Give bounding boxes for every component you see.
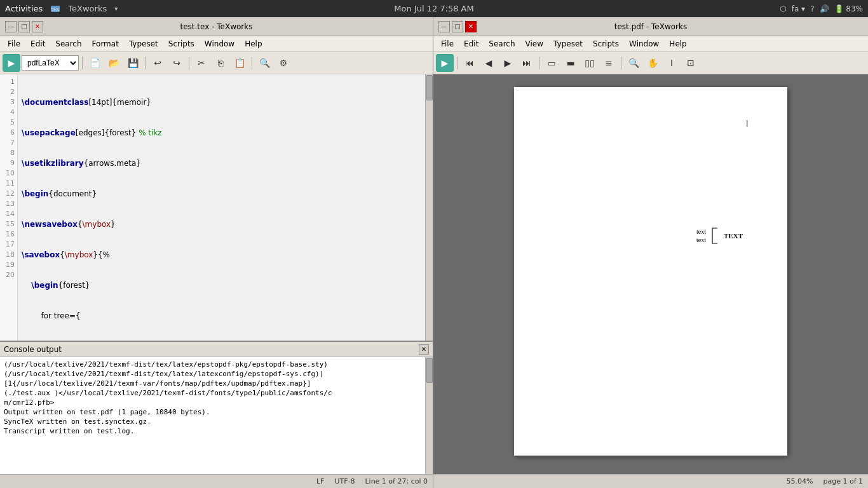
pdf-last-page-button[interactable]: ⏭ bbox=[518, 54, 536, 72]
pdf-bracket-container bbox=[710, 227, 719, 245]
pdf-sep-3 bbox=[621, 57, 621, 69]
encoding: UTF-8 bbox=[334, 477, 355, 485]
pdf-prev-page-button[interactable]: ◀ bbox=[480, 54, 498, 72]
minimize-button[interactable]: — bbox=[5, 21, 17, 32]
pdf-menu-window[interactable]: Window bbox=[624, 38, 664, 50]
console-header: Console output ✕ bbox=[0, 342, 433, 357]
console-line-5: m/cmr12.pfb> bbox=[4, 398, 421, 407]
separator-1 bbox=[82, 57, 83, 69]
open-button[interactable]: 📂 bbox=[105, 54, 123, 72]
cut-button[interactable]: ✂ bbox=[193, 54, 210, 72]
console-line-7: SyncTeX written on test.synctex.gz. bbox=[4, 417, 421, 426]
settings-button[interactable]: ⚙ bbox=[275, 54, 292, 72]
copy-button[interactable]: ⎘ bbox=[212, 54, 229, 72]
line-num-11: 11 bbox=[0, 179, 17, 189]
pdf-close-button[interactable]: ✕ bbox=[465, 21, 477, 32]
console-line-8: Transcript written on test.log. bbox=[4, 426, 421, 436]
new-button[interactable]: 📄 bbox=[86, 54, 104, 72]
menu-window[interactable]: Window bbox=[200, 38, 240, 50]
line-num-20: 20 bbox=[0, 270, 17, 280]
activities-button[interactable]: Activities bbox=[5, 4, 43, 13]
console-scrollbar[interactable] bbox=[425, 357, 433, 474]
main-area: — □ ✕ test.tex - TeXworks File Edit Sear… bbox=[0, 17, 868, 488]
pdf-status-bar: 55.04% page 1 of 1 bbox=[433, 474, 868, 488]
find-button[interactable]: 🔍 bbox=[255, 54, 273, 72]
app-menu-arrow[interactable]: ▾ bbox=[114, 5, 118, 12]
menu-search[interactable]: Search bbox=[50, 38, 86, 50]
menu-scripts[interactable]: Scripts bbox=[163, 38, 200, 50]
engine-select[interactable]: pdfLaTeX LaTeX XeLaTeX bbox=[22, 55, 79, 71]
pdf-minimize-button[interactable]: — bbox=[438, 21, 450, 32]
pdf-pan-button[interactable]: ✋ bbox=[644, 54, 661, 72]
console-line-2: (/usr/local/texlive/2021/texmf-dist/tex/… bbox=[4, 369, 421, 379]
line-num-14: 14 bbox=[0, 209, 17, 219]
pdf-menu-search[interactable]: Search bbox=[484, 38, 520, 50]
close-button[interactable]: ✕ bbox=[32, 21, 43, 32]
line-num-18: 18 bbox=[0, 250, 17, 260]
pdf-title: test.pdf - TeXworks bbox=[477, 22, 825, 31]
pdf-tree-output: text text TEXT bbox=[696, 227, 743, 245]
code-line-5: \newsavebox{\mybox} bbox=[22, 219, 421, 229]
typeset-button[interactable]: ▶ bbox=[3, 54, 20, 72]
menu-typeset[interactable]: Typeset bbox=[124, 38, 163, 50]
pdf-fit-width-button[interactable]: ▬ bbox=[562, 54, 580, 72]
pdf-sep-1 bbox=[457, 57, 458, 69]
pdf-page: | text text TEXT bbox=[514, 87, 787, 456]
system-bar: Activities TeX TeXworks ▾ Mon Jul 12 7:5… bbox=[0, 0, 868, 17]
editor-main: 1 2 3 4 5 6 7 8 9 10 11 12 13 14 15 16 1 bbox=[0, 74, 433, 488]
pdf-menu-edit[interactable]: Edit bbox=[459, 38, 484, 50]
system-tray: ⬡ fa ▾ ? 🔊 🔋 83% bbox=[780, 4, 863, 13]
pdf-two-page-button[interactable]: ▯▯ bbox=[581, 54, 599, 72]
pdf-typeset-button[interactable]: ▶ bbox=[436, 54, 454, 72]
pdf-select-text-button[interactable]: I bbox=[663, 54, 681, 72]
pdf-viewer-pane: — □ ✕ test.pdf - TeXworks File Edit Sear… bbox=[433, 17, 868, 488]
line-numbers: 1 2 3 4 5 6 7 8 9 10 11 12 13 14 15 16 1 bbox=[0, 74, 18, 341]
pdf-menu-file[interactable]: File bbox=[436, 38, 459, 50]
pdf-continuous-button[interactable]: ≡ bbox=[600, 54, 618, 72]
pdf-snapshot-button[interactable]: ⊡ bbox=[682, 54, 700, 72]
editor-content-area: 1 2 3 4 5 6 7 8 9 10 11 12 13 14 15 16 1 bbox=[0, 74, 433, 341]
pdf-zoom-button[interactable]: 🔍 bbox=[625, 54, 642, 72]
pdf-maximize-button[interactable]: □ bbox=[452, 21, 463, 32]
line-num-17: 17 bbox=[0, 240, 17, 250]
code-line-6: \savebox{\mybox}{% bbox=[22, 250, 421, 260]
pdf-zoom-level: 55.04% bbox=[786, 477, 813, 485]
dropbox-icon: ⬡ bbox=[780, 4, 786, 13]
editor-scrollbar[interactable] bbox=[425, 74, 433, 341]
pdf-menu-view[interactable]: View bbox=[520, 38, 548, 50]
texworks-app-indicator: TeX bbox=[50, 3, 60, 14]
line-num-8: 8 bbox=[0, 148, 17, 158]
pdf-first-page-button[interactable]: ⏮ bbox=[461, 54, 478, 72]
line-num-2: 2 bbox=[0, 87, 17, 97]
pdf-menu-scripts[interactable]: Scripts bbox=[588, 38, 624, 50]
datetime: Mon Jul 12 7:58 AM bbox=[394, 4, 473, 13]
menu-format[interactable]: Format bbox=[87, 38, 124, 50]
pdf-content: | text text TEXT bbox=[433, 74, 868, 474]
undo-button[interactable]: ↩ bbox=[149, 54, 166, 72]
code-line-8: for tree={ bbox=[22, 311, 421, 321]
pdf-sep-2 bbox=[539, 57, 539, 69]
pdf-next-page-button[interactable]: ▶ bbox=[499, 54, 517, 72]
pdf-menu-typeset[interactable]: Typeset bbox=[548, 38, 588, 50]
save-button[interactable]: 💾 bbox=[124, 54, 142, 72]
pdf-cursor-indicator: | bbox=[745, 119, 749, 127]
editor-title-bar: — □ ✕ test.tex - TeXworks bbox=[0, 17, 433, 36]
console-scrollbar-thumb[interactable] bbox=[426, 358, 433, 383]
menu-help[interactable]: Help bbox=[240, 38, 267, 50]
pdf-menu-bar: File Edit Search View Typeset Scripts Wi… bbox=[433, 36, 868, 51]
maximize-button[interactable]: □ bbox=[18, 21, 30, 32]
code-editor[interactable]: \documentclass[14pt]{memoir} \usepackage… bbox=[18, 74, 425, 341]
cursor-position: Line 1 of 27; col 0 bbox=[365, 477, 428, 485]
console-close-button[interactable]: ✕ bbox=[419, 344, 429, 355]
redo-button[interactable]: ↪ bbox=[168, 54, 186, 72]
line-num-7: 7 bbox=[0, 138, 17, 148]
svg-text:TeX: TeX bbox=[51, 7, 59, 12]
pdf-menu-help[interactable]: Help bbox=[664, 38, 691, 50]
menu-edit[interactable]: Edit bbox=[25, 38, 50, 50]
line-num-3: 3 bbox=[0, 97, 17, 107]
menu-file[interactable]: File bbox=[3, 38, 25, 50]
scrollbar-thumb[interactable] bbox=[426, 75, 433, 100]
pdf-single-page-button[interactable]: ▭ bbox=[543, 54, 560, 72]
line-num-12: 12 bbox=[0, 189, 17, 199]
paste-button[interactable]: 📋 bbox=[231, 54, 248, 72]
